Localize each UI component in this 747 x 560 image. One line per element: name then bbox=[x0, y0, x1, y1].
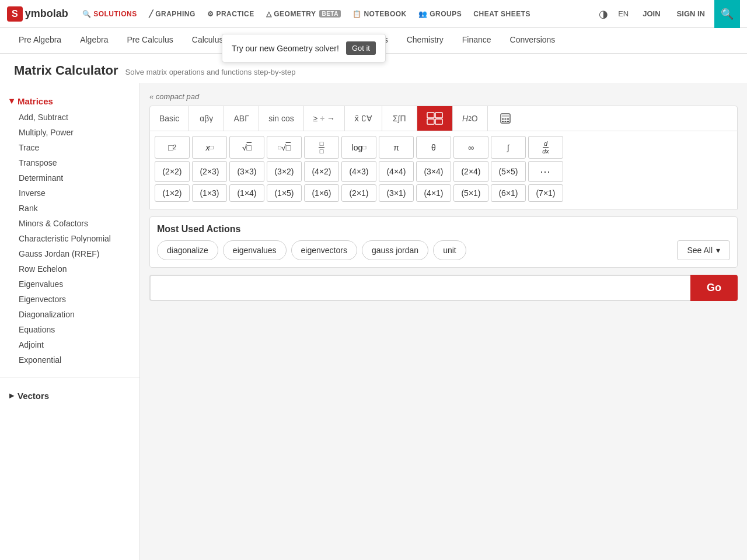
nav-cheatsheets[interactable]: CHEAT SHEETS bbox=[469, 8, 535, 20]
sidebar-item-inverse[interactable]: Inverse bbox=[0, 186, 139, 201]
key-derivative[interactable]: ddx bbox=[528, 136, 563, 159]
tab-h2o[interactable]: H2O bbox=[453, 106, 488, 131]
go-button[interactable]: Go bbox=[690, 275, 738, 301]
action-eigenvalues[interactable]: eigenvalues bbox=[223, 240, 287, 260]
sidebar-item-rank[interactable]: Rank bbox=[0, 201, 139, 216]
key-infinity[interactable]: ∞ bbox=[453, 136, 488, 159]
subject-finance[interactable]: Finance bbox=[453, 29, 501, 52]
key-2x1[interactable]: (2×1) bbox=[341, 184, 376, 202]
tab-special[interactable]: x̄ ∁∀ bbox=[345, 106, 382, 131]
math-input[interactable] bbox=[149, 275, 690, 301]
tab-alpha-beta[interactable]: αβγ bbox=[189, 106, 224, 131]
key-1x4[interactable]: (1×4) bbox=[229, 184, 264, 202]
key-4x3[interactable]: (4×3) bbox=[341, 161, 376, 182]
nav-geometry[interactable]: △ GEOMETRY beta bbox=[261, 8, 345, 20]
sidebar-item-exponential[interactable]: Exponential bbox=[0, 352, 139, 368]
dropdown-icon: ▾ bbox=[716, 246, 720, 255]
theme-button[interactable]: ◑ bbox=[596, 5, 611, 23]
key-1x6[interactable]: (1×6) bbox=[304, 184, 339, 202]
key-2x3[interactable]: (2×3) bbox=[192, 161, 227, 182]
sidebar-matrices-header[interactable]: ▾ Matrices bbox=[0, 92, 139, 110]
action-diagonalize[interactable]: diagonalize bbox=[157, 240, 218, 260]
key-2x4[interactable]: (2×4) bbox=[453, 161, 488, 182]
key-x-power[interactable]: x□ bbox=[192, 136, 227, 159]
sidebar-item-characteristic-polynomial[interactable]: Characteristic Polynomial bbox=[0, 231, 139, 246]
key-3x4[interactable]: (3×4) bbox=[416, 161, 451, 182]
subject-pre-calculus[interactable]: Pre Calculus bbox=[117, 29, 182, 52]
key-1x2[interactable]: (1×2) bbox=[155, 184, 190, 202]
key-sqrt[interactable]: √□ bbox=[229, 136, 264, 159]
tab-sincos[interactable]: sin cos bbox=[259, 106, 304, 131]
tooltip-got-it-button[interactable]: Got it bbox=[346, 41, 376, 55]
tab-calculator[interactable] bbox=[488, 106, 523, 131]
nav-graphing[interactable]: ╱ GRAPHING bbox=[144, 8, 200, 20]
sidebar-item-equations[interactable]: Equations bbox=[0, 322, 139, 337]
sidebar-item-determinant[interactable]: Determinant bbox=[0, 170, 139, 186]
collapse-icon: ▾ bbox=[9, 96, 14, 106]
key-nth-root[interactable]: □√□ bbox=[267, 136, 302, 159]
sidebar-item-gauss-jordan[interactable]: Gauss Jordan (RREF) bbox=[0, 246, 139, 261]
sidebar-item-minors-cofactors[interactable]: Minors & Cofactors bbox=[0, 216, 139, 231]
matrix-icon bbox=[427, 112, 443, 125]
svg-rect-6 bbox=[502, 118, 504, 120]
action-eigenvectors[interactable]: eigenvectors bbox=[291, 240, 357, 260]
key-5x1[interactable]: (5×1) bbox=[453, 184, 488, 202]
tab-operators[interactable]: ≥ ÷ → bbox=[304, 106, 345, 131]
sidebar-item-multiply-power[interactable]: Multiply, Power bbox=[0, 125, 139, 140]
nav-notebook[interactable]: 📋 NOTEBOOK bbox=[348, 8, 411, 20]
sidebar-item-row-echelon[interactable]: Row Echelon bbox=[0, 261, 139, 276]
join-button[interactable]: JOIN bbox=[636, 6, 667, 21]
sidebar-item-eigenvalues[interactable]: Eigenvalues bbox=[0, 276, 139, 292]
nav-solutions[interactable]: 🔍 SOLUTIONS bbox=[78, 8, 142, 20]
most-used-section: Most Used Actions diagonalize eigenvalue… bbox=[149, 216, 738, 268]
key-4x4[interactable]: (4×4) bbox=[379, 161, 414, 182]
subject-pre-algebra[interactable]: Pre Algebra bbox=[9, 29, 71, 52]
key-4x1[interactable]: (4×1) bbox=[416, 184, 451, 202]
tab-ABG[interactable]: ΑΒΓ bbox=[224, 106, 259, 131]
tab-matrix[interactable] bbox=[417, 106, 453, 131]
subject-chemistry[interactable]: Chemistry bbox=[397, 29, 453, 52]
sidebar-item-adjoint[interactable]: Adjoint bbox=[0, 337, 139, 352]
key-3x3[interactable]: (3×3) bbox=[229, 161, 264, 182]
sidebar-item-diagonalization[interactable]: Diagonalization bbox=[0, 307, 139, 322]
nav-practice[interactable]: ⚙ PRACTICE bbox=[203, 8, 259, 20]
logo[interactable]: S ymbolab bbox=[7, 6, 68, 22]
key-5x5[interactable]: (5×5) bbox=[491, 161, 526, 182]
key-3x2[interactable]: (3×2) bbox=[267, 161, 302, 182]
tooltip-popup: Try our new Geometry solver! Got it bbox=[222, 34, 386, 62]
key-fraction[interactable]: □□ bbox=[304, 136, 339, 159]
see-all-button[interactable]: See All ▾ bbox=[677, 240, 730, 260]
sidebar-item-eigenvectors[interactable]: Eigenvectors bbox=[0, 292, 139, 307]
key-log[interactable]: log□ bbox=[341, 136, 376, 159]
key-theta[interactable]: θ bbox=[416, 136, 451, 159]
sidebar-item-trace[interactable]: Trace bbox=[0, 140, 139, 155]
signin-button[interactable]: SIGN IN bbox=[670, 6, 712, 21]
key-pi[interactable]: π bbox=[379, 136, 414, 159]
lang-button[interactable]: EN bbox=[613, 6, 633, 21]
action-gauss-jordan[interactable]: gauss jordan bbox=[362, 240, 428, 260]
key-square[interactable]: □2 bbox=[155, 136, 190, 159]
search-button[interactable]: 🔍 bbox=[714, 0, 740, 28]
key-1x3[interactable]: (1×3) bbox=[192, 184, 227, 202]
sidebar-item-transpose[interactable]: Transpose bbox=[0, 155, 139, 170]
tab-summation[interactable]: Σ∫Π bbox=[382, 106, 417, 131]
sidebar-item-add-subtract[interactable]: Add, Subtract bbox=[0, 110, 139, 125]
tab-basic[interactable]: Basic bbox=[150, 106, 189, 131]
compact-pad-link[interactable]: « compact pad bbox=[149, 92, 738, 101]
sidebar-vectors-header[interactable]: ▸ Vectors bbox=[0, 387, 139, 404]
action-unit[interactable]: unit bbox=[433, 240, 466, 260]
key-3x1[interactable]: (3×1) bbox=[379, 184, 414, 202]
nav-groups[interactable]: 👥 GROUPS bbox=[414, 8, 467, 20]
page-subtitle: Solve matrix operations and functions st… bbox=[125, 68, 296, 76]
key-integral[interactable]: ∫ bbox=[491, 136, 526, 159]
key-6x1[interactable]: (6×1) bbox=[491, 184, 526, 202]
key-row-2: (2×2) (2×3) (3×3) (3×2) (4×2) (4×3) (4×4… bbox=[155, 161, 732, 182]
key-custom-matrix[interactable]: ⋯ bbox=[528, 161, 563, 182]
expand-icon: ▸ bbox=[9, 390, 14, 401]
key-4x2[interactable]: (4×2) bbox=[304, 161, 339, 182]
subject-conversions[interactable]: Conversions bbox=[501, 29, 565, 52]
subject-algebra[interactable]: Algebra bbox=[71, 29, 117, 52]
key-1x5[interactable]: (1×5) bbox=[267, 184, 302, 202]
key-2x2[interactable]: (2×2) bbox=[155, 161, 190, 182]
key-7x1[interactable]: (7×1) bbox=[528, 184, 563, 202]
